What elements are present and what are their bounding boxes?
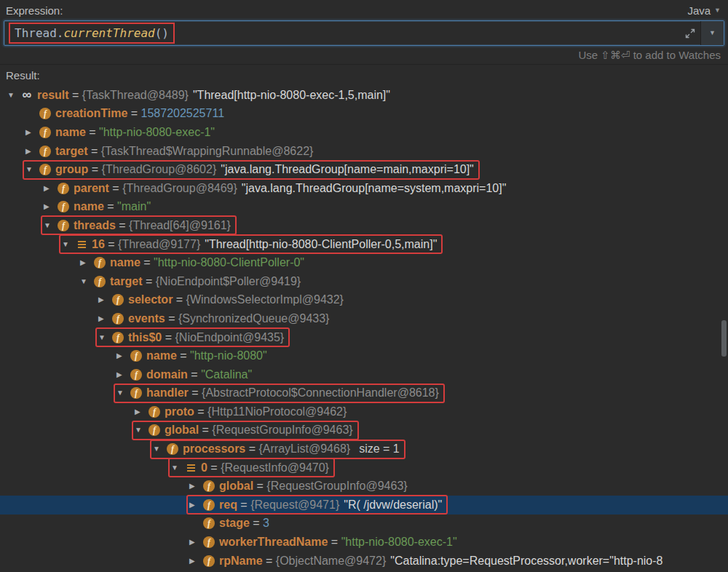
field-icon: f [94, 276, 106, 287]
equals-sign: = [141, 256, 154, 269]
variable-name: selector [128, 293, 173, 306]
chevron-collapsed-icon[interactable]: ▶ [42, 185, 58, 192]
variable-value-tostring: "Thread[http-nio-8080-exec-1,5,main]" [193, 89, 390, 102]
tree-row[interactable]: ▼ftarget = {NioEndpoint$Poller@9419} [0, 272, 728, 291]
tree-row[interactable]: ▶fselector = {WindowsSelectorImpl@9432} [0, 291, 728, 310]
equals-sign: = [189, 386, 202, 400]
chevron-collapsed-icon[interactable]: ▶ [97, 315, 112, 322]
field-icon: f [130, 369, 142, 381]
chevron-collapsed-icon[interactable]: ▶ [97, 296, 112, 303]
equals-sign: = [237, 498, 250, 512]
chevron-expanded-icon[interactable]: ▼ [60, 241, 76, 248]
tree-row[interactable]: ▶freq = {Request@9471}"R( /jdvw/deserial… [0, 496, 728, 515]
expand-button[interactable] [680, 21, 700, 45]
chevron-collapsed-icon[interactable]: ▶ [79, 259, 94, 266]
row-content: ▶ftarget = {TaskThread$WrappingRunnable@… [24, 143, 317, 159]
chevron-collapsed-icon[interactable]: ▶ [24, 129, 39, 136]
row-content: ▶fproto = {Http11NioProtocol@9462} [133, 403, 351, 420]
annotated-row-content: ▼fhandler = {AbstractProtocol$Connection… [115, 385, 443, 402]
tree-row[interactable]: ▶fproto = {Http11NioProtocol@9462} [0, 402, 728, 421]
chevron-expanded-icon[interactable]: ▼ [151, 445, 167, 453]
chevron-expanded-icon[interactable]: ▼ [6, 92, 21, 99]
chevron-expanded-icon[interactable]: ▼ [24, 166, 39, 173]
row-content: ▶fworkerThreadName = "http-nio-8080-exec… [188, 534, 462, 551]
tree-row[interactable]: ▼16 = {Thread@9177}"Thread[http-nio-8080… [0, 235, 728, 254]
variable-value-tostring: "Thread[http-nio-8080-ClientPoller-0,5,m… [205, 238, 437, 251]
variable-value-string: "http-nio-8080" [190, 349, 267, 362]
row-content: ▶fname = "http-nio-8080-ClientPoller-0" [79, 255, 309, 271]
chevron-expanded-icon[interactable]: ▼ [133, 426, 149, 434]
language-selector[interactable]: Java ▼ [687, 4, 721, 17]
chevron-expanded-icon[interactable]: ▼ [115, 389, 130, 397]
row-content: ▶fdomain = "Catalina" [115, 366, 256, 383]
annotated-row-content: ▶freq = {Request@9471}"R( /jdvw/deserial… [188, 496, 446, 513]
equals-sign: = [177, 349, 190, 362]
chevron-collapsed-icon[interactable]: ▶ [115, 352, 130, 360]
expression-annotation-box: Thread.currentThread() [10, 24, 173, 42]
tree-row[interactable]: ▼fgroup = {ThreadGroup@8602}"java.lang.T… [0, 160, 728, 179]
chevron-collapsed-icon[interactable]: ▶ [188, 501, 203, 509]
variable-value-reference: {WindowsSelectorImpl@9432} [186, 293, 344, 306]
tree-row[interactable]: ▼fprocessors = {ArrayList@9468}size = 1 [0, 440, 728, 458]
chevron-expanded-icon[interactable]: ▼ [97, 334, 112, 341]
variable-value-reference: {Request@9471} [250, 498, 339, 512]
tree-row[interactable]: fcreationTime = 1587202525711 [0, 105, 728, 124]
equals-sign: = [162, 331, 175, 344]
variable-value-tostring: "java.lang.ThreadGroup[name=system,maxpr… [242, 182, 507, 195]
watches-hint: Use ⇧⌘⏎ to add to Watches [579, 49, 721, 62]
chevron-collapsed-icon[interactable]: ▶ [188, 482, 203, 490]
tree-row[interactable]: ▼fthis$0 = {NioEndpoint@9435} [0, 328, 728, 347]
tree-row[interactable]: ▶fname = "http-nio-8080-ClientPoller-0" [0, 253, 728, 272]
field-icon: f [167, 443, 178, 455]
tree-row[interactable]: ▶fname = "http-nio-8080" [0, 346, 728, 365]
watch-result-icon: ∞ [21, 90, 33, 101]
variable-value-string: "http-nio-8080-exec-1" [341, 536, 457, 549]
chevron-collapsed-icon[interactable]: ▶ [115, 371, 130, 378]
equals-sign: = [116, 219, 129, 232]
field-icon: f [39, 127, 51, 138]
field-icon: f [203, 480, 215, 492]
scrollbar-thumb[interactable] [721, 320, 727, 357]
tree-row[interactable]: ▼fthreads = {Thread[64]@9161} [0, 216, 728, 235]
equals-sign: = [173, 293, 186, 306]
tree-row[interactable]: ▼fglobal = {RequestGroupInfo@9463} [0, 421, 728, 440]
equals-sign: = [199, 424, 212, 437]
tree-row[interactable]: ▶fname = "main" [0, 198, 728, 217]
tree-row[interactable]: ▼fhandler = {AbstractProtocol$Connection… [0, 384, 728, 403]
chevron-collapsed-icon[interactable]: ▶ [24, 148, 39, 155]
chevron-collapsed-icon[interactable]: ▶ [188, 539, 203, 546]
field-icon: f [203, 536, 215, 548]
equals-sign: = [86, 126, 99, 139]
variable-name: global [165, 424, 199, 437]
tree-row[interactable]: ▶fname = "http-nio-8080-exec-1" [0, 123, 728, 142]
chevron-expanded-icon[interactable]: ▼ [42, 222, 58, 229]
chevron-down-icon: ▼ [709, 30, 716, 36]
chevron-expanded-icon[interactable]: ▼ [170, 464, 185, 472]
tree-row[interactable]: fstage = 3 [0, 515, 728, 533]
variable-value-reference: {TaskThread$WrappingRunnable@8622} [101, 145, 314, 158]
variable-name: name [55, 126, 86, 139]
tree-row[interactable]: ▶frpName = {ObjectName@9472}"Catalina:ty… [0, 552, 728, 571]
result-tree: ▼∞result = {TaskThread@8489}"Thread[http… [0, 86, 728, 570]
equals-sign: = [194, 405, 207, 418]
chevron-expanded-icon[interactable]: ▼ [79, 278, 94, 285]
equals-sign: = [165, 312, 178, 325]
hint-row: Use ⇧⌘⏎ to add to Watches [0, 46, 728, 65]
chevron-collapsed-icon[interactable]: ▶ [42, 203, 58, 210]
tree-row[interactable]: ▶fworkerThreadName = "http-nio-8080-exec… [0, 533, 728, 552]
tree-row[interactable]: ▶ftarget = {TaskThread$WrappingRunnable@… [0, 142, 728, 161]
chevron-collapsed-icon[interactable]: ▶ [188, 557, 203, 565]
tree-row[interactable]: ▶fglobal = {RequestGroupInfo@9463} [0, 477, 728, 496]
variable-name: 16 [92, 238, 105, 251]
tree-row[interactable]: ▶fdomain = "Catalina" [0, 365, 728, 384]
history-dropdown-button[interactable]: ▼ [701, 21, 724, 45]
tree-row[interactable]: ▼0 = {RequestInfo@9470} [0, 458, 728, 477]
tree-row[interactable]: ▶fevents = {SynchronizedQueue@9433} [0, 309, 728, 328]
tree-row[interactable]: ▼∞result = {TaskThread@8489}"Thread[http… [0, 86, 728, 105]
variable-name: result [37, 89, 69, 102]
chevron-collapsed-icon[interactable]: ▶ [133, 408, 149, 416]
variable-value-reference: {RequestInfo@9470} [221, 461, 329, 474]
variable-value-reference: {ThreadGroup@8602} [102, 163, 217, 176]
expression-input[interactable]: Thread.currentThread() ▼ [4, 20, 724, 46]
tree-row[interactable]: ▶fparent = {ThreadGroup@8469}"java.lang.… [0, 179, 728, 198]
